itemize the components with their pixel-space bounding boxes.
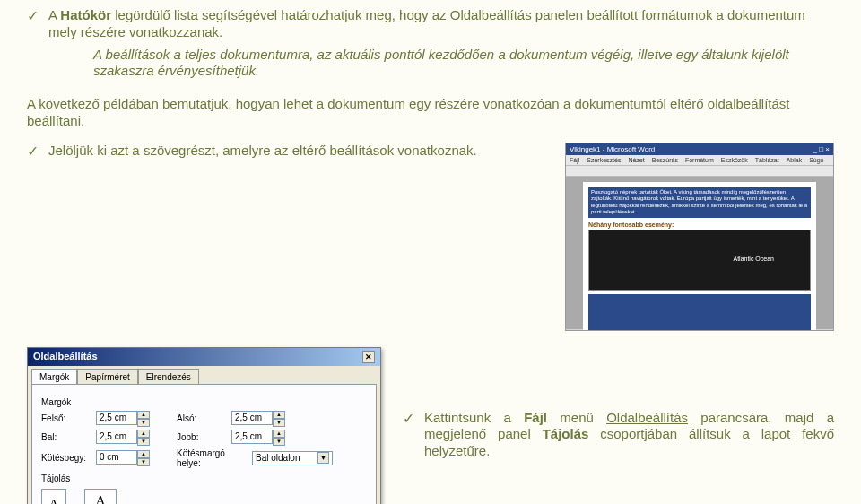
word-map-image: Atlantic Ocean — [588, 230, 811, 291]
word-menubar: FájlSzerkesztésNézetBeszúrásFormátumEszk… — [566, 155, 833, 166]
bullet-file-menu: ✓ Kattintsunk a Fájl menü Oldalbeállítás… — [403, 410, 834, 460]
check-icon: ✓ — [403, 410, 424, 460]
group-margok: Margók — [41, 397, 367, 407]
label-jobb: Jobb: — [177, 432, 226, 442]
spin-felso[interactable]: ▲▼ — [96, 411, 150, 427]
bullet-select-text: ✓ Jelöljük ki azt a szövegrészt, amelyre… — [27, 143, 551, 160]
example-para: A következő példában bemutatjuk, hogyan … — [27, 96, 834, 130]
word-toolbar — [566, 166, 833, 177]
landscape-icon: A — [84, 489, 117, 505]
dialog-titlebar: Oldalbeállítás ✕ — [28, 348, 380, 366]
bullet-text-3: Jelöljük ki azt a szövegrészt, amelyre a… — [48, 143, 551, 160]
word-screenshot: Vikingek1 - Microsoft Word_ □ × FájlSzer… — [565, 143, 834, 331]
label-also: Alsó: — [177, 413, 226, 423]
tab-margok[interactable]: Margók — [31, 369, 77, 384]
dialog-tabs: Margók Papírméret Elrendezés — [28, 366, 380, 384]
tab-elrendezes[interactable]: Elrendezés — [138, 369, 199, 384]
page-setup-dialog: Oldalbeállítás ✕ Margók Papírméret Elren… — [27, 347, 381, 505]
word-selection-2 — [588, 294, 811, 330]
tab-papirmeret[interactable]: Papírméret — [77, 369, 137, 384]
bullet-text-2: A beállítások a teljes dokumentumra, az … — [48, 47, 834, 81]
label-felso: Felső: — [41, 413, 91, 423]
check-icon: ✓ — [27, 143, 48, 160]
word-selection-1: Posztogató népnek tartották Őket. A viki… — [588, 187, 811, 218]
close-icon[interactable]: ✕ — [362, 351, 375, 363]
spin-bal[interactable]: ▲▼ — [96, 430, 150, 446]
bullet-text-4: Kattintsunk a Fájl menü Oldalbeállítás p… — [424, 410, 834, 460]
spin-jobb[interactable]: ▲▼ — [231, 430, 285, 446]
orient-portrait[interactable]: A Fekvő — [41, 489, 66, 505]
check-icon: ✓ — [27, 7, 48, 41]
portrait-icon: A — [41, 489, 66, 505]
bullet-italic: A beállítások a teljes dokumentumra, az … — [27, 47, 834, 81]
bullet-hatokor: ✓ A Hatókör legördülő lista segítségével… — [27, 7, 834, 41]
label-koteshegy: Kötésbegy: — [41, 453, 91, 463]
label-kotesmargo: Kötésmargó helye: — [177, 448, 247, 468]
word-titlebar: Vikingek1 - Microsoft Word_ □ × — [566, 143, 833, 155]
orient-landscape[interactable]: A Álló — [84, 489, 117, 505]
spin-koteshegy[interactable]: ▲▼ — [96, 450, 150, 466]
spin-also[interactable]: ▲▼ — [231, 411, 285, 427]
combo-kotesmargo[interactable]: Bal oldalon▼ — [252, 451, 333, 465]
word-heading: Néhány fontosabb esemény: — [588, 222, 811, 228]
bullet-text-1: A Hatókör legördülő lista segítségével h… — [48, 7, 834, 41]
group-tajolas: Tájolás — [41, 474, 367, 483]
label-bal: Bal: — [41, 432, 91, 442]
